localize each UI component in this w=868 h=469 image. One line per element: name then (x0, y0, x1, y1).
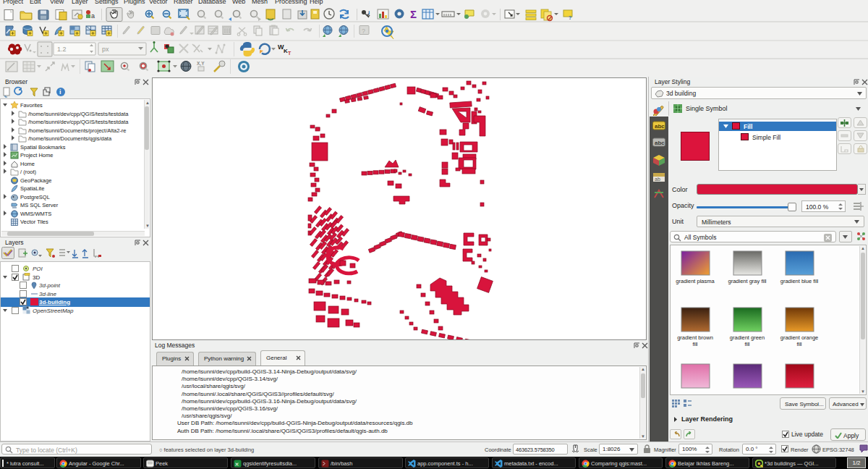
svg-text:i: i (59, 88, 61, 96)
svg-text:i: i (368, 9, 370, 16)
svg-text:ab: ab (655, 177, 660, 182)
svg-text:?: ? (569, 15, 571, 20)
svg-text:?: ? (362, 28, 365, 35)
svg-text:Σ: Σ (410, 8, 417, 20)
svg-text:1.2: 1.2 (57, 46, 67, 53)
svg-text:T: T (288, 51, 292, 56)
svg-text:abc: abc (655, 123, 665, 130)
svg-text:a: a (91, 12, 95, 20)
svg-text:abc: abc (655, 140, 665, 146)
svg-text:X,Y: X,Y (197, 61, 205, 67)
svg-text:✕: ✕ (235, 462, 239, 467)
svg-text:px: px (102, 46, 109, 53)
